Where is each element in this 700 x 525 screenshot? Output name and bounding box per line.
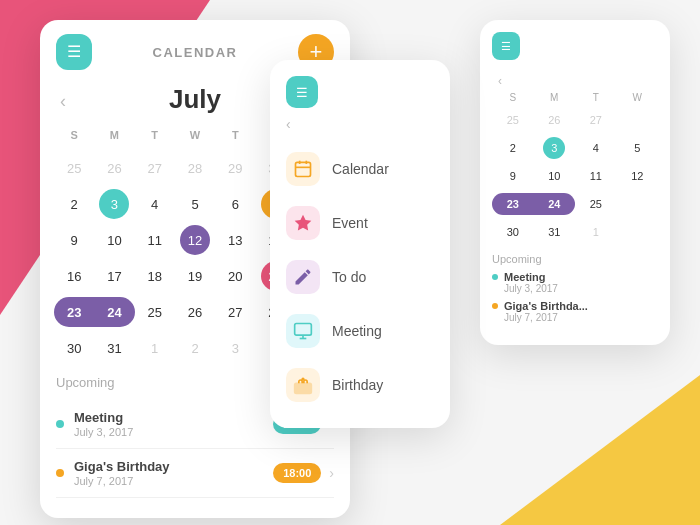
cal-day[interactable]: 31 [94,331,134,365]
tc-day[interactable]: 2 [492,135,534,161]
cal-day-24[interactable]: 24 [94,295,134,329]
tc-event-meeting[interactable]: Meeting July 3, 2017 [492,271,658,294]
tc-week-1: 25 26 27 [492,107,658,133]
event-info-birthday: Giga's Birthday July 7, 2017 [74,459,273,487]
cal-day-3[interactable]: 3 [99,189,129,219]
cal-day[interactable]: 16 [54,259,94,293]
cal-day[interactable]: 5 [175,187,215,221]
tc-dh-s: S [492,92,534,103]
tc-prev-arrow[interactable]: ‹ [498,74,658,88]
menu-item-calendar[interactable]: Calendar [286,142,434,196]
cal-day[interactable]: 26 [175,295,215,329]
tc-day[interactable]: 30 [492,219,534,245]
tc-day[interactable]: 27 [575,107,617,133]
tc-week-4: 23 24 25 [492,191,658,217]
day-header-sun: S [54,125,94,145]
tc-hamburger-icon: ☰ [501,40,511,53]
tc-day[interactable] [617,107,659,133]
right-menu-panel: ☰ ‹ Calendar Event To do Meeting [270,60,450,428]
cal-day[interactable]: 28 [175,151,215,185]
cal-day[interactable]: 18 [135,259,175,293]
tc-day[interactable]: 9 [492,163,534,189]
tc-dot-birthday [492,303,498,309]
menu-label-meeting: Meeting [332,323,382,339]
birthday-menu-icon [286,368,320,402]
tc-dh-w: W [617,92,659,103]
tc-event-birthday[interactable]: Giga's Birthda... July 7, 2017 [492,300,658,323]
month-title: July [169,84,221,115]
third-card: ☰ ‹ S M T W 25 26 27 2 3 4 5 9 10 11 12 [480,20,670,345]
svg-point-9 [301,378,304,381]
cal-day[interactable]: 27 [215,295,255,329]
tc-day[interactable]: 25 [492,107,534,133]
calendar-menu-icon [286,152,320,186]
cal-day[interactable]: 26 [94,151,134,185]
cal-day[interactable]: 4 [135,187,175,221]
tc-week-5: 30 31 1 [492,219,658,245]
menu-item-event[interactable]: Event [286,196,434,250]
cal-day[interactable]: 3 [215,331,255,365]
tc-event-date-2: July 7, 2017 [504,312,588,323]
cal-day[interactable]: 10 [94,223,134,257]
meeting-menu-icon [286,314,320,348]
cal-day[interactable]: 9 [54,223,94,257]
cal-day-12[interactable]: 12 [180,225,210,255]
tc-day[interactable] [617,191,659,217]
tc-dot-meeting [492,274,498,280]
event-time-birthday: 18:00 [273,463,321,483]
menu-item-todo[interactable]: To do [286,250,434,304]
event-item-birthday[interactable]: Giga's Birthday July 7, 2017 18:00 › [56,449,334,498]
tc-menu-button[interactable]: ☰ [492,32,520,60]
tc-event-name-2: Giga's Birthda... [504,300,588,312]
cal-day[interactable]: 6 [215,187,255,221]
menu-button[interactable]: ☰ [56,34,92,70]
cal-day[interactable]: 25 [135,295,175,329]
event-dot-meeting [56,420,64,428]
tc-day-3[interactable]: 3 [543,137,565,159]
day-header-wed: W [175,125,215,145]
menu-item-birthday[interactable]: Birthday [286,358,434,412]
day-header-thu: T [215,125,255,145]
tc-day-24[interactable]: 24 [534,191,576,217]
tc-upcoming: Upcoming Meeting July 3, 2017 Giga's Bir… [492,253,658,323]
tc-day[interactable]: 1 [575,219,617,245]
cal-day[interactable]: 29 [215,151,255,185]
event-date-birthday: July 7, 2017 [74,475,273,487]
cal-day[interactable]: 20 [215,259,255,293]
cal-day[interactable]: 19 [175,259,215,293]
prev-month-button[interactable]: ‹ [60,90,66,111]
todo-menu-icon [286,260,320,294]
rp-menu-button[interactable]: ☰ [286,76,318,108]
menu-item-meeting[interactable]: Meeting [286,304,434,358]
cal-day[interactable]: 17 [94,259,134,293]
cal-day[interactable]: 30 [54,331,94,365]
tc-week-3: 9 10 11 12 [492,163,658,189]
tc-event-name: Meeting [504,271,558,283]
tc-day-23[interactable]: 23 [492,191,534,217]
event-menu-icon [286,206,320,240]
tc-day[interactable]: 31 [534,219,576,245]
tc-upcoming-label: Upcoming [492,253,658,265]
tc-day[interactable]: 26 [534,107,576,133]
tc-day[interactable]: 11 [575,163,617,189]
tc-day[interactable]: 4 [575,135,617,161]
event-arrow-birthday[interactable]: › [329,465,334,481]
cal-day[interactable]: 13 [215,223,255,257]
rp-prev-arrow[interactable]: ‹ [286,116,434,132]
cal-day[interactable]: 1 [135,331,175,365]
cal-day[interactable]: 11 [135,223,175,257]
tc-event-info: Meeting July 3, 2017 [504,271,558,294]
cal-day[interactable]: 2 [175,331,215,365]
cal-day[interactable]: 27 [135,151,175,185]
tc-day[interactable]: 25 [575,191,617,217]
tc-day[interactable] [617,219,659,245]
cal-day[interactable]: 2 [54,187,94,221]
tc-day[interactable]: 10 [534,163,576,189]
tc-day[interactable]: 5 [617,135,659,161]
cal-day[interactable]: 25 [54,151,94,185]
cal-day-23[interactable]: 23 [54,295,94,329]
tc-grid: S M T W 25 26 27 2 3 4 5 9 10 11 12 [492,92,658,245]
tc-day[interactable]: 12 [617,163,659,189]
event-info-meeting: Meeting July 3, 2017 [74,410,273,438]
menu-label-todo: To do [332,269,366,285]
